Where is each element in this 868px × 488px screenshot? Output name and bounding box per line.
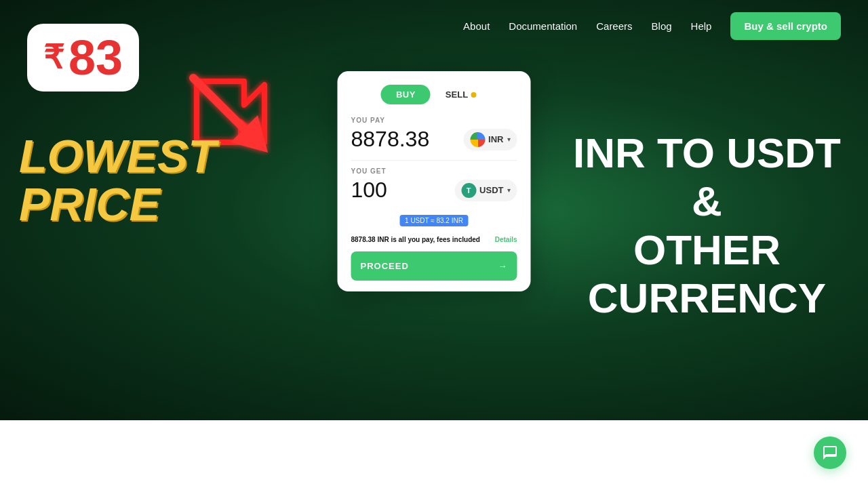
- you-get-section: YOU GET 100 T USDT ▾: [351, 167, 517, 203]
- inr-currency-selector[interactable]: INR ▾: [463, 129, 517, 150]
- inr-currency-label: INR: [488, 134, 503, 144]
- proceed-label: PROCEED: [361, 261, 409, 271]
- fees-text: 8878.38 INR is all you pay, fees include…: [351, 236, 480, 243]
- proceed-button[interactable]: PROCEED →: [351, 251, 517, 281]
- chevron-down-icon-2: ▾: [507, 186, 511, 194]
- details-link[interactable]: Details: [495, 236, 517, 243]
- nav-help[interactable]: Help: [691, 20, 712, 32]
- you-get-label: YOU GET: [351, 167, 517, 175]
- chat-icon: [822, 445, 838, 461]
- navbar: About Documentation Careers Blog Help Bu…: [0, 0, 868, 52]
- right-headline: INR TO USDT & OTHER CURRENCY: [573, 129, 841, 322]
- divider: [351, 160, 517, 161]
- tab-buy[interactable]: BUY: [381, 85, 431, 104]
- usdt-icon: T: [461, 183, 476, 198]
- rate-badge-wrap: 1 USDT ≈ 83.2 INR: [351, 211, 517, 230]
- tab-sell[interactable]: SELL: [435, 85, 487, 104]
- sell-dot-icon: [471, 92, 476, 98]
- you-get-row: 100 T USDT ▾: [351, 178, 517, 203]
- you-pay-row: 8878.38 INR ▾: [351, 127, 517, 152]
- hero-section: About Documentation Careers Blog Help Bu…: [0, 0, 868, 420]
- usdt-currency-selector[interactable]: T USDT ▾: [454, 180, 517, 201]
- nav-careers[interactable]: Careers: [596, 20, 632, 32]
- exchange-widget: BUY SELL YOU PAY 8878.38 INR ▾ YOU GET: [338, 71, 531, 291]
- fees-row: 8878.38 INR is all you pay, fees include…: [351, 236, 517, 243]
- nav-about[interactable]: About: [463, 20, 490, 32]
- buy-sell-cta-button[interactable]: Buy & sell crypto: [730, 12, 841, 40]
- svg-line-1: [193, 78, 248, 132]
- bottom-strip: [0, 420, 868, 488]
- nav-blog[interactable]: Blog: [652, 20, 672, 32]
- chevron-down-icon: ▾: [507, 136, 511, 143]
- buy-sell-tabs: BUY SELL: [351, 85, 517, 104]
- proceed-arrow-icon: →: [498, 261, 508, 271]
- nav-documentation[interactable]: Documentation: [509, 20, 577, 32]
- rate-badge: 1 USDT ≈ 83.2 INR: [399, 215, 469, 226]
- lowest-price-text: LOWEST PRICE: [19, 132, 216, 229]
- chat-button[interactable]: [814, 436, 846, 469]
- you-pay-amount: 8878.38: [351, 127, 430, 152]
- you-get-amount: 100: [351, 178, 387, 203]
- you-pay-section: YOU PAY 8878.38 INR ▾: [351, 117, 517, 152]
- usdt-currency-label: USDT: [479, 185, 503, 195]
- inr-flag-icon: [470, 132, 485, 147]
- you-pay-label: YOU PAY: [351, 117, 517, 124]
